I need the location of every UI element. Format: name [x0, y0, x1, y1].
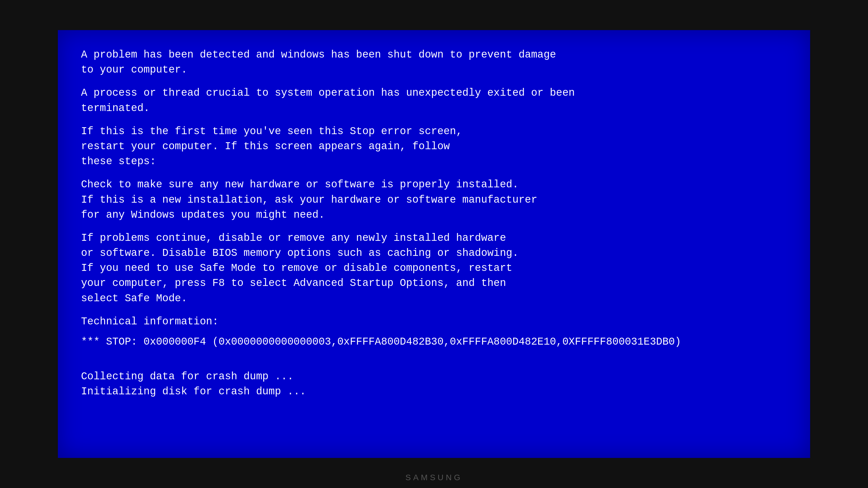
crash-dump-section: Collecting data for crash dump ... Initi… — [81, 369, 787, 399]
tv-brand-label: SAMSUNG — [405, 473, 463, 482]
line7: If this is the first time you've seen th… — [81, 124, 787, 139]
line2: to your computer. — [81, 62, 787, 77]
line8: restart your computer. If this screen ap… — [81, 139, 787, 154]
problems-section: If problems continue, disable or remove … — [81, 231, 787, 306]
stop-code: *** STOP: 0x000000F4 (0x0000000000000003… — [81, 334, 787, 350]
line1: A problem has been detected and windows … — [81, 47, 787, 62]
tv-bottom: SAMSUNG — [405, 473, 463, 482]
tv-frame: A problem has been detected and windows … — [0, 0, 868, 488]
collecting-text: Collecting data for crash dump ... — [81, 369, 787, 384]
technical-section: Technical information: — [81, 314, 787, 329]
line5: terminated. — [81, 101, 787, 116]
line4: A process or thread crucial to system op… — [81, 86, 787, 101]
line13: for any Windows updates you might need. — [81, 207, 787, 223]
process-section: A process or thread crucial to system op… — [81, 86, 787, 116]
technical-label: Technical information: — [81, 314, 787, 329]
bsod-screen: A problem has been detected and windows … — [58, 30, 810, 458]
first-time-section: If this is the first time you've seen th… — [81, 124, 787, 169]
line19: select Safe Mode. — [81, 291, 787, 306]
line9: these steps: — [81, 154, 787, 169]
line11: Check to make sure any new hardware or s… — [81, 177, 787, 192]
line17: If you need to use Safe Mode to remove o… — [81, 261, 787, 276]
line18: your computer, press F8 to select Advanc… — [81, 276, 787, 291]
line12: If this is a new installation, ask your … — [81, 193, 787, 207]
line15: If problems continue, disable or remove … — [81, 231, 787, 246]
check-section: Check to make sure any new hardware or s… — [81, 177, 787, 223]
stop-code-section: *** STOP: 0x000000F4 (0x0000000000000003… — [81, 334, 787, 350]
line16: or software. Disable BIOS memory options… — [81, 246, 787, 261]
initializing-text: Initializing disk for crash dump ... — [81, 384, 787, 399]
header-section: A problem has been detected and windows … — [81, 47, 787, 77]
